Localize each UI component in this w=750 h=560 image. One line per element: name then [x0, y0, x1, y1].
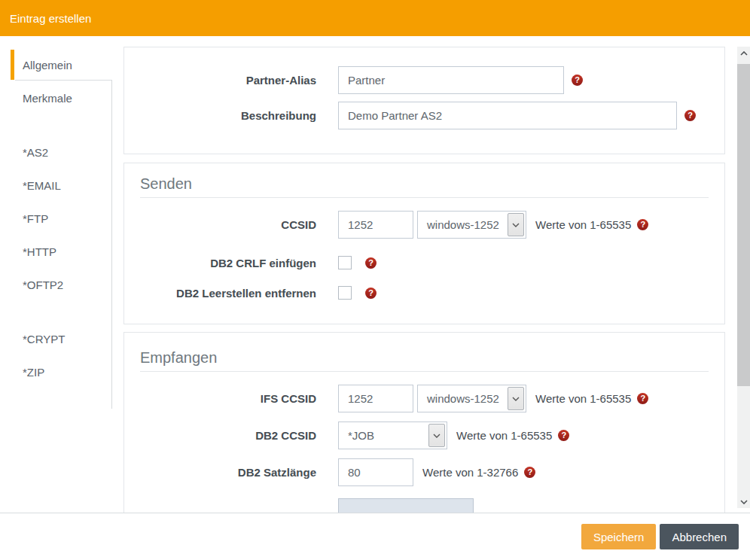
- senden-section-card: Senden CCSID windows-1252 Werte von 1-65…: [123, 163, 725, 324]
- beschreibung-label: Beschreibung: [124, 109, 338, 122]
- empfangen-section-card: Empfangen IFS CCSID windows-1252 Werte v…: [123, 332, 725, 513]
- sidebar-item-as2[interactable]: *AS2: [0, 145, 111, 160]
- ifs-ccsid-select[interactable]: windows-1252: [417, 385, 526, 412]
- cancel-button[interactable]: Abbrechen: [660, 524, 739, 549]
- scrollbar-thumb[interactable]: [737, 64, 750, 386]
- chevron-down-icon: [508, 387, 524, 410]
- help-icon[interactable]: ?: [637, 219, 648, 230]
- section-divider: [140, 197, 709, 198]
- save-button[interactable]: Speichern: [581, 524, 657, 549]
- section-divider: [140, 371, 709, 372]
- ifs-ccsid-label: IFS CCSID: [124, 392, 338, 405]
- ccsid-label: CCSID: [124, 218, 338, 231]
- sidebar-item-allgemein[interactable]: Allgemein: [0, 58, 111, 73]
- partner-alias-label: Partner-Alias: [124, 74, 338, 87]
- dialog-title: Eintrag erstellen: [0, 12, 91, 25]
- ifs-ccsid-input[interactable]: [338, 385, 413, 412]
- ccsid-select[interactable]: windows-1252: [417, 211, 526, 239]
- chevron-down-icon: [508, 213, 524, 236]
- crlf-label: DB2 CRLF einfügen: [124, 257, 338, 269]
- help-icon[interactable]: ?: [365, 257, 377, 269]
- dialog-footer: Speichern Abbrechen: [0, 513, 750, 560]
- vertical-scrollbar[interactable]: [737, 47, 750, 508]
- active-tab-underline: [15, 80, 112, 81]
- scroll-down-icon[interactable]: [737, 495, 750, 508]
- help-icon[interactable]: ?: [637, 393, 648, 404]
- crlf-checkbox[interactable]: [338, 256, 352, 269]
- help-icon[interactable]: ?: [365, 288, 377, 299]
- general-section-card: Partner-Alias ? Beschreibung ?: [123, 47, 725, 154]
- help-icon[interactable]: ?: [684, 110, 696, 121]
- clipped-next-field[interactable]: [338, 498, 474, 513]
- db2-satzlaenge-input[interactable]: [338, 458, 413, 486]
- sidebar-item-ftp[interactable]: *FTP: [0, 212, 111, 227]
- db2-satzlaenge-hint: Werte von 1-32766: [422, 466, 518, 479]
- ccsid-select-value: windows-1252: [418, 218, 508, 231]
- leerstellen-label: DB2 Leerstellen entfernen: [124, 287, 338, 300]
- sidebar-divider: [111, 81, 112, 409]
- ccsid-input[interactable]: [338, 211, 413, 239]
- help-icon[interactable]: ?: [524, 467, 535, 478]
- db2-satzlaenge-label: DB2 Satzlänge: [124, 466, 338, 479]
- sidebar-item-merkmale[interactable]: Merkmale: [0, 91, 111, 106]
- db2-ccsid-label: DB2 CCSID: [124, 429, 338, 442]
- ccsid-hint: Werte von 1-65535: [535, 218, 631, 231]
- db2-ccsid-hint: Werte von 1-65535: [456, 429, 552, 442]
- db2-ccsid-select-value: *JOB: [339, 429, 428, 442]
- help-icon[interactable]: ?: [558, 430, 569, 441]
- sidebar-item-zip[interactable]: *ZIP: [0, 365, 111, 380]
- senden-section-title: Senden: [140, 175, 192, 193]
- help-icon[interactable]: ?: [572, 75, 583, 86]
- sidebar-item-crypt[interactable]: *CRYPT: [0, 332, 111, 347]
- ifs-ccsid-hint: Werte von 1-65535: [535, 392, 631, 405]
- ifs-ccsid-select-value: windows-1252: [418, 392, 508, 405]
- sidebar-item-http[interactable]: *HTTP: [0, 245, 111, 260]
- dialog-header: Eintrag erstellen: [0, 0, 750, 36]
- beschreibung-input[interactable]: [338, 102, 677, 129]
- scroll-up-icon[interactable]: [737, 47, 750, 59]
- chevron-down-icon: [428, 424, 445, 447]
- sidebar-item-oftp2[interactable]: *OFTP2: [0, 278, 111, 293]
- create-entry-dialog: Eintrag erstellen Allgemein Merkmale *AS…: [0, 0, 750, 560]
- partner-alias-input[interactable]: [338, 66, 564, 94]
- db2-ccsid-select[interactable]: *JOB: [338, 422, 447, 449]
- sidebar-item-email[interactable]: *EMAIL: [0, 178, 111, 193]
- leerstellen-checkbox[interactable]: [338, 286, 352, 300]
- empfangen-section-title: Empfangen: [140, 349, 217, 367]
